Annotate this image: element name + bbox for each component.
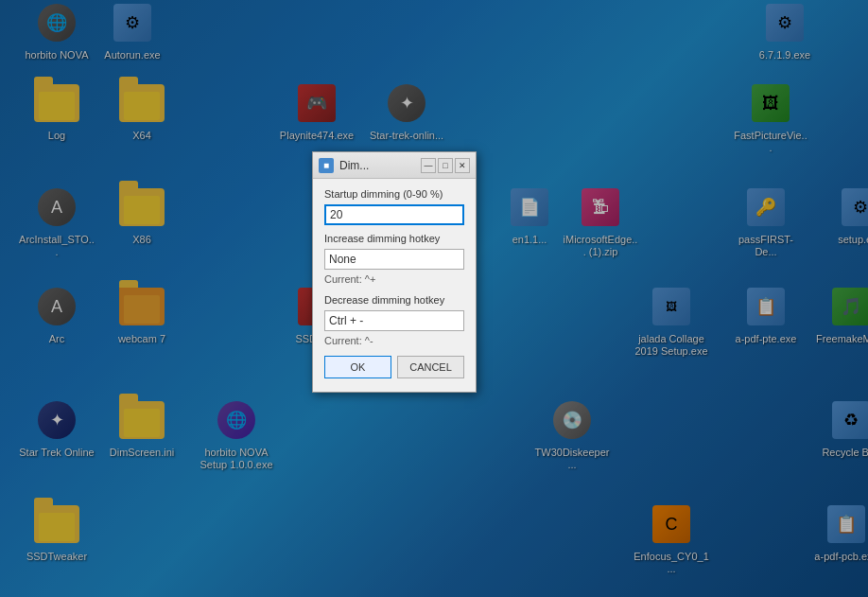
ok-button[interactable]: OK: [324, 356, 391, 378]
dialog-controls: — □ ✕: [421, 158, 470, 173]
increase-input[interactable]: [324, 249, 464, 270]
minimize-button[interactable]: —: [421, 158, 436, 173]
increase-label: Increase dimming hotkey: [324, 233, 464, 244]
decrease-label: Decrease dimming hotkey: [324, 294, 464, 306]
dialog-title-left: ■ Dim...: [319, 158, 369, 173]
decrease-input[interactable]: [324, 310, 464, 331]
dialog-titlebar: ■ Dim... — □ ✕: [313, 152, 476, 179]
decrease-current: Current: ^-: [324, 335, 464, 346]
startup-label: Startup dimming (0-90 %): [324, 188, 464, 200]
dialog-buttons: OK CANCEL: [324, 356, 464, 382]
cancel-button[interactable]: CANCEL: [397, 356, 464, 378]
dialog-title-text: Dim...: [339, 159, 369, 172]
close-button[interactable]: ✕: [455, 158, 470, 173]
startup-input[interactable]: [324, 204, 464, 225]
dialog-body: Startup dimming (0-90 %) Increase dimmin…: [313, 179, 476, 392]
maximize-button[interactable]: □: [438, 158, 453, 173]
dialog-title-icon: ■: [319, 158, 334, 173]
desktop: 🌐 horbito NOVA ⚙ Autorun.exe ⚙ 6.7.1.9.e…: [0, 0, 868, 597]
increase-current: Current: ^+: [324, 273, 464, 285]
dim-dialog: ■ Dim... — □ ✕ Startup dimming (0-90 %) …: [312, 151, 477, 393]
